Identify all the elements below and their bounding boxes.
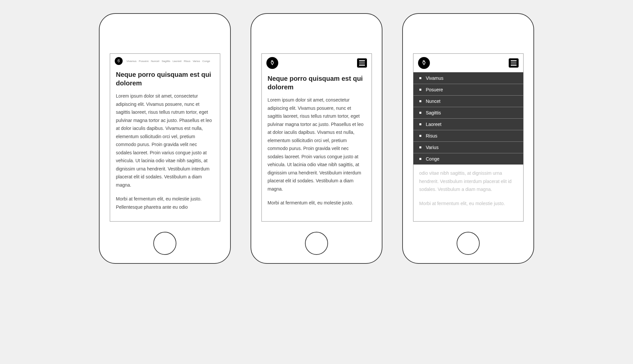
dropdown-menu: Vivamus Posuere Nuncet Sagittis Laoreet … (413, 72, 523, 165)
article-paragraph-faded: Morbi at fermentum elit, eu molestie jus… (419, 199, 517, 208)
article-paragraph: Lorem ipsum dolor sit amet, consectetur … (268, 96, 366, 193)
screen-2: Neque porro quisquam est qui dolorem Lor… (261, 53, 372, 222)
phone-frame-1: Vivamus Posuere Nuncet Sagittis Laoreet … (99, 13, 231, 264)
dropdown-item[interactable]: Nuncet (413, 96, 523, 107)
bullet-icon (419, 77, 421, 79)
logo-icon[interactable] (115, 57, 123, 65)
dropdown-item[interactable]: Conge (413, 153, 523, 165)
bullet-icon (419, 158, 421, 160)
article-title: Neque porro quisquam est qui dolorem (268, 74, 366, 91)
header (413, 54, 523, 72)
dropdown-item[interactable]: Varius (413, 142, 523, 153)
dropdown-item[interactable]: Laoreet (413, 119, 523, 130)
dropdown-label: Posuere (426, 87, 443, 92)
dropdown-label: Risus (426, 133, 437, 138)
nav-item[interactable]: Conge (202, 60, 210, 63)
bullet-icon (419, 89, 421, 91)
bullet-icon (419, 135, 421, 137)
article-paragraph-faded: odio vitae nibh sagittis, at dignissim u… (419, 169, 517, 194)
nav-item[interactable]: Varius (193, 60, 200, 63)
nav-item[interactable]: Nuncet (151, 60, 159, 63)
hamburger-icon[interactable] (509, 58, 519, 68)
phone-frame-2: Neque porro quisquam est qui dolorem Lor… (251, 13, 382, 264)
background-content: odio vitae nibh sagittis, at dignissim u… (413, 165, 523, 218)
dropdown-item[interactable]: Risus (413, 130, 523, 142)
home-button[interactable] (457, 232, 480, 255)
article-content: Neque porro quisquam est qui dolorem Lor… (110, 68, 220, 222)
screen-3: Vivamus Posuere Nuncet Sagittis Laoreet … (413, 53, 524, 222)
phone-frame-3: Vivamus Posuere Nuncet Sagittis Laoreet … (402, 13, 534, 264)
dropdown-label: Varius (426, 145, 439, 150)
nav-item[interactable]: Laoreet (172, 60, 181, 63)
article-paragraph: Morbi at fermentum elit, eu molestie jus… (116, 195, 214, 211)
dropdown-item[interactable]: Posuere (413, 84, 523, 96)
bullet-icon (419, 100, 421, 102)
dropdown-item[interactable]: Sagittis (413, 107, 523, 119)
article-content: Neque porro quisquam est qui dolorem Lor… (262, 72, 372, 219)
home-button[interactable] (153, 232, 176, 255)
dropdown-label: Nuncet (426, 99, 440, 104)
dropdown-label: Laoreet (426, 122, 441, 127)
article-title: Neque porro quisquam est qui dolorem (116, 70, 214, 87)
nav-item[interactable]: Posuere (139, 60, 149, 63)
header (262, 54, 372, 72)
logo-icon[interactable] (418, 57, 430, 69)
home-button[interactable] (305, 232, 328, 255)
dropdown-label: Vivamus (426, 76, 443, 81)
bullet-icon (419, 146, 421, 148)
header: Vivamus Posuere Nuncet Sagittis Laoreet … (110, 54, 220, 68)
nav-item[interactable]: Sagittis (162, 60, 170, 63)
dropdown-label: Sagittis (426, 110, 441, 115)
bullet-icon (419, 112, 421, 114)
svg-point-0 (118, 61, 119, 62)
bullet-icon (419, 123, 421, 125)
hamburger-icon[interactable] (357, 58, 367, 68)
dropdown-label: Conge (426, 156, 439, 162)
logo-icon[interactable] (266, 57, 278, 69)
nav-item[interactable]: Risus (184, 60, 191, 63)
dropdown-item[interactable]: Vivamus (413, 73, 523, 84)
article-paragraph: Morbi at fermentum elit, eu molestie jus… (268, 199, 366, 207)
nav-item[interactable]: Vivamus (127, 60, 137, 63)
screen-1: Vivamus Posuere Nuncet Sagittis Laoreet … (110, 53, 220, 222)
article-paragraph: Lorem ipsum dolor sit amet, consectetur … (116, 92, 214, 189)
nav-inline: Vivamus Posuere Nuncet Sagittis Laoreet … (127, 60, 210, 63)
